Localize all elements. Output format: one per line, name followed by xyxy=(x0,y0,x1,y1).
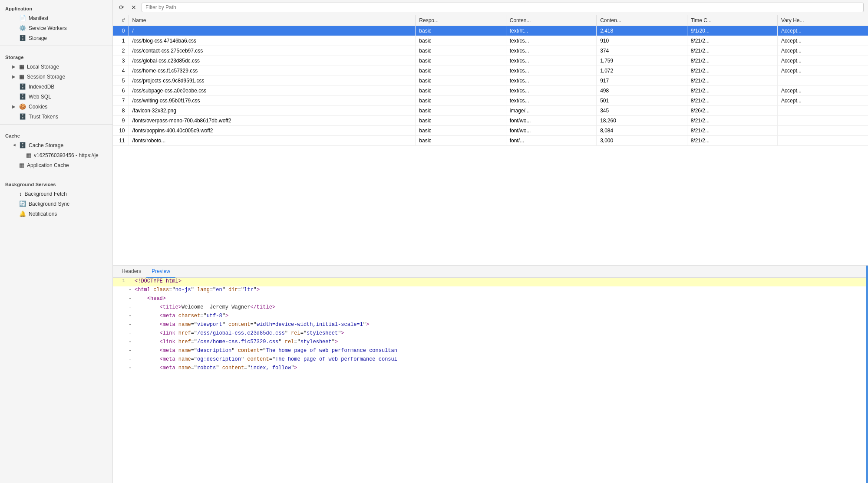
cell-0-6: Accept... xyxy=(778,26,868,36)
code-part-c-text xyxy=(135,339,160,345)
cache-table: #NameRespo...Conten...Conten...Time C...… xyxy=(113,15,868,146)
table-row[interactable]: 7/css/writing-css.95b0f179.cssbasictext/… xyxy=(113,96,868,106)
line-marker: - xyxy=(129,322,135,328)
sidebar-item-bg-fetch[interactable]: ↕Background Fetch xyxy=(0,189,112,199)
code-part-c-text: =" xyxy=(294,339,300,345)
expand-arrow-icon: ▼ xyxy=(12,143,17,148)
sidebar-item-service-workers[interactable]: ⚙️Service Workers xyxy=(0,23,112,33)
sidebar-item-storage[interactable]: 🗄️Storage xyxy=(0,33,112,43)
detail-content: 1 <!DOCTYPE html>-<html class="no-js" la… xyxy=(113,278,868,483)
cell-4-5: 8/21/2... xyxy=(687,66,777,76)
table-row[interactable]: 3/css/global-css.c23d85dc.cssbasictext/c… xyxy=(113,56,868,66)
cell-0-2: basic xyxy=(416,26,506,36)
cell-11-2: basic xyxy=(416,136,506,146)
line-marker: - xyxy=(129,339,135,345)
sidebar-section-storage: Storage xyxy=(0,49,112,62)
filter-input[interactable] xyxy=(142,3,864,12)
col-header-5[interactable]: Time C... xyxy=(687,15,777,26)
notifications-label: Notifications xyxy=(29,211,57,217)
sidebar-item-local-storage[interactable]: ▶▦Local Storage xyxy=(0,62,112,72)
line-content: <meta name="viewport" content="width=dev… xyxy=(135,322,868,328)
code-part-c-text xyxy=(175,348,178,354)
cell-3-0: 3 xyxy=(113,56,129,66)
cell-7-2: basic xyxy=(416,96,506,106)
table-row[interactable]: 4/css/home-css.f1c57329.cssbasictext/cs.… xyxy=(113,66,868,76)
cell-5-0: 5 xyxy=(113,76,129,86)
sidebar-item-web-sql[interactable]: 🗄️Web SQL xyxy=(0,92,112,102)
cell-5-3: text/cs... xyxy=(506,76,596,86)
table-row[interactable]: 2/css/contact-css.275ceb97.cssbasictext/… xyxy=(113,46,868,56)
sidebar-section-application: Application xyxy=(0,0,112,13)
code-part-c-val: robots xyxy=(197,365,216,371)
cell-10-0: 10 xyxy=(113,126,129,136)
code-part-c-text: =" xyxy=(244,365,250,371)
code-part-c-text: =" xyxy=(260,348,266,354)
table-row[interactable]: 0/basictext/ht...2,4189/1/20...Accept... xyxy=(113,26,868,36)
code-part-c-attr: href xyxy=(178,330,191,336)
code-part-c-attr: content xyxy=(222,365,244,371)
code-part-c-tag: <meta xyxy=(160,348,175,354)
table-row[interactable]: 8/favicon-32x32.pngbasicimage/...3458/26… xyxy=(113,106,868,116)
sidebar-item-notifications[interactable]: 🔔Notifications xyxy=(0,209,112,219)
cell-9-0: 9 xyxy=(113,116,129,126)
refresh-button[interactable]: ⟳ xyxy=(117,3,126,12)
code-part-c-attr: content xyxy=(247,356,269,362)
line-marker: - xyxy=(129,313,135,319)
code-part-c-text xyxy=(135,348,160,354)
indexeddb-icon: 🗄️ xyxy=(19,83,26,90)
clear-button[interactable]: ✕ xyxy=(129,3,138,12)
sidebar-item-manifest[interactable]: 📄Manifest xyxy=(0,13,112,23)
sidebar-item-cache-entry[interactable]: ▦v1625760393456 - https://je xyxy=(0,150,112,160)
trust-tokens-icon: 🗄️ xyxy=(19,113,26,120)
table-row[interactable]: 10/fonts/poppins-400.40c005c9.woff2basic… xyxy=(113,126,868,136)
code-part-c-text: " xyxy=(363,322,366,328)
cell-0-5: 9/1/20... xyxy=(687,26,777,36)
sidebar-item-trust-tokens[interactable]: 🗄️Trust Tokens xyxy=(0,112,112,122)
manifest-icon: 📄 xyxy=(19,15,26,21)
table-row[interactable]: 11/fonts/roboto...basicfont/...3,0008/21… xyxy=(113,136,868,146)
sidebar-item-indexeddb[interactable]: 🗄️IndexedDB xyxy=(0,82,112,92)
line-marker: - xyxy=(129,356,135,362)
table-row[interactable]: 6/css/subpage-css.a0e0eabe.cssbasictext/… xyxy=(113,86,868,96)
tab-headers[interactable]: Headers xyxy=(116,266,146,278)
cookies-icon: 🍪 xyxy=(19,103,26,110)
code-part-c-val: en xyxy=(216,287,222,293)
sidebar-item-cache-storage[interactable]: ▼🗄️Cache Storage xyxy=(0,140,112,150)
service-workers-icon: ⚙️ xyxy=(19,25,26,31)
expand-arrow-icon: ▶ xyxy=(12,64,17,69)
col-header-2[interactable]: Respo... xyxy=(416,15,506,26)
sidebar-item-session-storage[interactable]: ▶▦Session Storage xyxy=(0,72,112,82)
code-part-c-tag: <head> xyxy=(147,296,166,302)
table-row[interactable]: 9/fonts/overpass-mono-700.4b8617db.woff2… xyxy=(113,116,868,126)
col-header-4[interactable]: Conten... xyxy=(597,15,687,26)
cell-2-5: 8/21/2... xyxy=(687,46,777,56)
cache-storage-icon: 🗄️ xyxy=(19,142,26,148)
line-marker: - xyxy=(129,348,135,354)
sidebar-item-app-cache[interactable]: ▦Application Cache xyxy=(0,160,112,170)
col-header-0[interactable]: # xyxy=(113,15,129,26)
cell-6-4: 498 xyxy=(597,86,687,96)
sidebar-item-cookies[interactable]: ▶🍪Cookies xyxy=(0,102,112,112)
tab-preview[interactable]: Preview xyxy=(146,266,175,278)
table-row[interactable]: 5/css/projects-css.9c8d9591.cssbasictext… xyxy=(113,76,868,86)
sidebar-item-bg-sync[interactable]: 🔄Background Sync xyxy=(0,199,112,209)
code-part-c-tag: > xyxy=(257,287,260,293)
code-line-5: - <meta name="viewport" content="width=d… xyxy=(113,321,868,330)
line-marker: - xyxy=(129,287,135,293)
code-part-c-text xyxy=(175,313,178,319)
col-header-6[interactable]: Vary He... xyxy=(778,15,868,26)
code-part-c-doctype: <!DOCTYPE html> xyxy=(135,278,182,284)
cell-8-2: basic xyxy=(416,106,506,116)
storage-label: Storage xyxy=(29,35,47,41)
sidebar-divider xyxy=(0,124,112,125)
cell-8-3: image/... xyxy=(506,106,596,116)
col-header-3[interactable]: Conten... xyxy=(506,15,596,26)
cell-5-4: 917 xyxy=(597,76,687,86)
cell-3-1: /css/global-css.c23d85dc.css xyxy=(129,56,416,66)
code-part-c-text: =" xyxy=(300,330,307,336)
line-content: <link href="/css/global-css.c23d85dc.css… xyxy=(135,330,868,336)
notifications-icon: 🔔 xyxy=(19,210,26,217)
table-row[interactable]: 1/css/blog-css.47146ba6.cssbasictext/cs.… xyxy=(113,36,868,46)
col-header-1[interactable]: Name xyxy=(129,15,416,26)
code-part-c-text xyxy=(135,322,160,328)
